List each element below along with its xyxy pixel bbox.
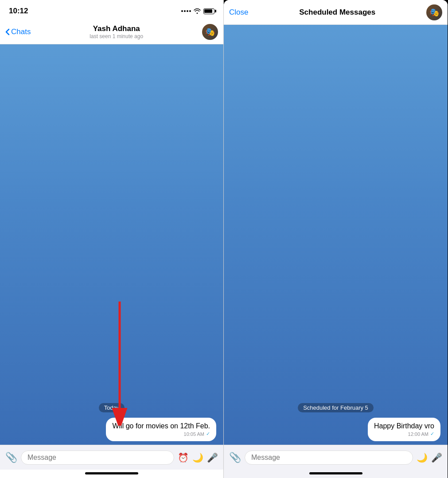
wifi-icon-left — [194, 8, 201, 14]
mic-icon-left[interactable]: 🎤 — [207, 452, 218, 463]
input-bar-right: 📎 🌙 🎤 — [224, 445, 448, 470]
message-meta-right: 12:00 AM ✓ — [374, 431, 434, 437]
last-seen: last seen 1 minute ago — [90, 33, 143, 39]
schedule-clock-icon[interactable]: ⏰ — [178, 452, 189, 463]
message-time-right: 12:00 AM — [408, 431, 429, 437]
right-phone: 10:12 Close Scheduled Messages 🎭 — [224, 0, 448, 478]
message-text-right: Happy Birthday vro — [374, 422, 434, 430]
nav-center-left: Yash Adhana last seen 1 minute ago — [31, 24, 202, 39]
mic-icon-right[interactable]: 🎤 — [431, 452, 442, 463]
modal-title: Scheduled Messages — [248, 8, 426, 17]
input-bar-left: 📎 ⏰ 🌙 🎤 — [0, 445, 223, 470]
message-time-left: 10:05 AM — [184, 431, 204, 437]
status-bar-left: 10:12 — [0, 0, 223, 20]
date-badge: Today — [99, 403, 125, 412]
input-actions-left: ⏰ 🌙 🎤 — [178, 452, 218, 463]
input-actions-right: 🌙 🎤 — [417, 452, 442, 463]
messages-right: Scheduled for February 5 Happy Birthday … — [224, 398, 448, 445]
message-bubble-left: Will go for movies on 12th Feb. 10:05 AM… — [106, 418, 216, 441]
moon-icon-right[interactable]: 🌙 — [417, 452, 428, 463]
message-meta-left: 10:05 AM ✓ — [112, 431, 210, 437]
avatar-right[interactable]: 🎭 — [426, 4, 442, 20]
close-button[interactable]: Close — [229, 8, 248, 17]
left-phone: 10:12 Chats Yash Adhana last seen 1 m — [0, 0, 224, 478]
avatar-image-right: 🎭 — [426, 4, 442, 20]
status-icons-left — [181, 8, 214, 14]
message-input-right[interactable] — [245, 451, 413, 465]
avatar-image-left: 🎭 — [202, 24, 218, 40]
attach-icon-right[interactable]: 📎 — [229, 452, 241, 463]
scheduled-badge: Scheduled for February 5 — [298, 403, 374, 412]
nav-bar-right: Close Scheduled Messages 🎭 — [224, 0, 448, 25]
message-bubble-right: Happy Birthday vro 12:00 AM ✓ — [368, 418, 440, 441]
check-mark-left: ✓ — [206, 431, 210, 437]
moon-icon-left[interactable]: 🌙 — [192, 452, 203, 463]
chat-area-right: Scheduled for February 5 Happy Birthday … — [224, 25, 448, 445]
right-modal: Close Scheduled Messages 🎭 Scheduled for… — [224, 0, 448, 478]
attach-icon-left[interactable]: 📎 — [5, 452, 17, 463]
signal-icon-left — [181, 10, 191, 12]
check-mark-right: ✓ — [430, 431, 434, 437]
home-indicator-left — [85, 472, 138, 474]
contact-name: Yash Adhana — [93, 24, 140, 33]
back-button[interactable]: Chats — [5, 27, 31, 36]
message-text-left: Will go for movies on 12th Feb. — [112, 422, 210, 430]
time-left: 10:12 — [9, 7, 28, 16]
messages-left: Today Will go for movies on 12th Feb. 10… — [0, 398, 223, 445]
avatar-left[interactable]: 🎭 — [202, 24, 218, 40]
message-input-left[interactable] — [21, 451, 174, 465]
chat-area-left: Today Will go for movies on 12th Feb. 10… — [0, 44, 223, 445]
nav-bar-left: Chats Yash Adhana last seen 1 minute ago… — [0, 20, 223, 44]
battery-icon-left — [203, 8, 214, 14]
home-indicator-right — [309, 472, 362, 474]
back-label: Chats — [11, 27, 31, 36]
